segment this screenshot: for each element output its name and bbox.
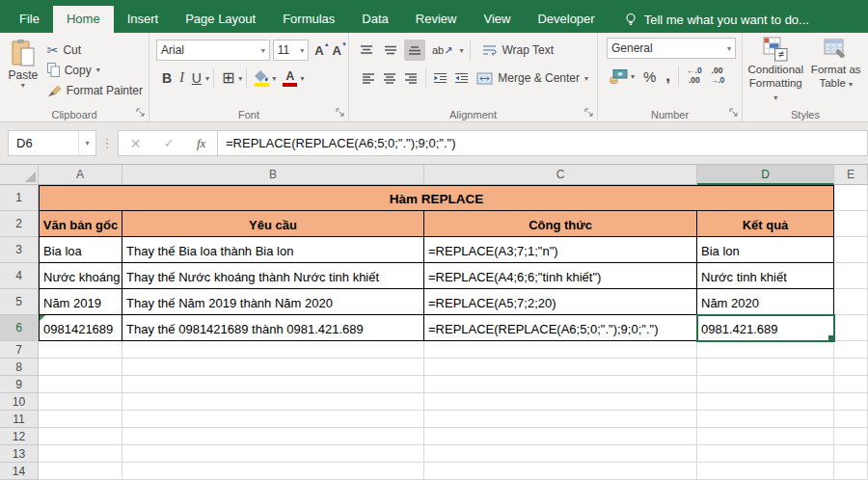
accounting-dropdown-arrow-icon[interactable]: ▾: [631, 72, 635, 81]
grid-cell-D11[interactable]: [697, 411, 834, 428]
clipboard-dialog-launcher-icon[interactable]: [136, 108, 146, 118]
grid-cell-C8[interactable]: [424, 359, 697, 376]
grid-cell-B11[interactable]: [122, 411, 424, 428]
shrink-font-button[interactable]: A▼: [330, 43, 344, 58]
comma-style-button[interactable]: ,: [662, 67, 674, 86]
underline-button[interactable]: U: [188, 67, 205, 90]
grid-cell-D13[interactable]: [697, 445, 834, 463]
row-header-11[interactable]: 11: [0, 411, 39, 428]
tab-developer[interactable]: Developer: [524, 6, 608, 33]
grid-cell-B9[interactable]: [122, 376, 424, 393]
grid-cell-E13[interactable]: [834, 445, 868, 463]
merge-center-button[interactable]: Merge & Center ▾: [472, 71, 593, 85]
align-left-button[interactable]: [358, 67, 379, 89]
orientation-dropdown-arrow-icon[interactable]: ▾: [459, 46, 463, 55]
cell-C3[interactable]: =REPLACE(A3;7;1;"n"): [424, 237, 697, 263]
cell-D5[interactable]: Năm 2020: [697, 289, 834, 315]
conditional-formatting-button[interactable]: ≠ Conditional Formatting ▾: [746, 37, 805, 105]
increase-indent-button[interactable]: [450, 67, 472, 89]
grid-cell-C14[interactable]: [424, 463, 697, 480]
grid-cell-A11[interactable]: [39, 411, 122, 428]
column-header-b[interactable]: B: [122, 165, 424, 185]
decrease-decimal-button[interactable]: .00 →.0: [706, 67, 729, 86]
row-header-5[interactable]: 5: [0, 289, 39, 315]
orientation-button[interactable]: ab↗: [428, 44, 456, 57]
grid-cell-E12[interactable]: [834, 428, 868, 445]
grid-cell-B7[interactable]: [122, 341, 424, 359]
bold-button[interactable]: B: [158, 67, 176, 90]
fill-color-dropdown-arrow-icon[interactable]: ▾: [272, 74, 276, 83]
tell-me-box[interactable]: Tell me what you want to do...: [624, 6, 809, 33]
align-right-button[interactable]: [400, 67, 421, 89]
grid-cell-B10[interactable]: [122, 393, 424, 411]
row-header-4[interactable]: 4: [0, 263, 39, 289]
cell-A6[interactable]: 0981421689: [39, 315, 122, 341]
grid-cell-E7[interactable]: [834, 341, 868, 359]
font-color-button[interactable]: A: [280, 70, 300, 87]
enter-button[interactable]: ✓: [164, 136, 175, 150]
column-header-c[interactable]: C: [424, 165, 697, 185]
cell-C4[interactable]: =REPLACE(A4;6;6;"tinh khiết"): [424, 263, 697, 289]
grid-cell-C9[interactable]: [424, 376, 697, 393]
borders-dropdown-arrow-icon[interactable]: ▾: [238, 74, 242, 83]
underline-dropdown-arrow-icon[interactable]: ▾: [205, 74, 209, 83]
grid-cell-E5[interactable]: [834, 289, 868, 315]
cell-header-4[interactable]: Kết quả: [697, 211, 834, 237]
grid-cell-B8[interactable]: [122, 359, 424, 376]
grow-font-button[interactable]: A▲: [312, 43, 326, 58]
number-format-combo[interactable]: General ▾: [607, 38, 736, 59]
tab-view[interactable]: View: [470, 6, 524, 33]
row-header-14[interactable]: 14: [0, 463, 39, 480]
grid-cell-E4[interactable]: [834, 263, 868, 289]
align-middle-button[interactable]: [380, 40, 401, 61]
format-as-table-button[interactable]: Format as Table ▾: [806, 37, 866, 105]
italic-button[interactable]: I: [176, 67, 188, 90]
cell-header-1[interactable]: Văn bản gốc: [39, 211, 122, 237]
cell-B5[interactable]: Thay thế Năm 2019 thành Năm 2020: [122, 289, 424, 315]
cell-A5[interactable]: Năm 2019: [39, 289, 122, 315]
row-header-2[interactable]: 2: [0, 211, 39, 237]
row-header-1[interactable]: 1: [0, 185, 39, 211]
grid-cell-D8[interactable]: [697, 359, 834, 376]
grid-cell-E11[interactable]: [834, 411, 868, 428]
grid-cell-C10[interactable]: [424, 393, 697, 411]
tab-insert[interactable]: Insert: [114, 6, 173, 33]
grid-cell-B12[interactable]: [122, 428, 424, 445]
tab-formulas[interactable]: Formulas: [269, 6, 348, 33]
grid-cell-A9[interactable]: [39, 376, 122, 393]
grid-cell-D10[interactable]: [697, 393, 834, 411]
format-painter-button[interactable]: Format Painter: [43, 80, 147, 100]
column-header-d[interactable]: D: [697, 165, 834, 185]
grid-cell-C13[interactable]: [424, 445, 697, 463]
font-color-dropdown-arrow-icon[interactable]: ▾: [300, 74, 304, 83]
font-size-combo[interactable]: 11 ▾: [273, 40, 309, 61]
row-header-9[interactable]: 9: [0, 376, 39, 393]
column-header-a[interactable]: A: [39, 165, 122, 185]
grid-cell-E6[interactable]: [834, 315, 868, 341]
borders-button[interactable]: ⊞: [218, 67, 238, 90]
formula-input[interactable]: =REPLACE(REPLACE(A6;5;0;".");9;0;"."): [218, 130, 868, 156]
cell-B3[interactable]: Thay thế Bia loa thành Bia lon: [122, 237, 424, 263]
cell-D3[interactable]: Bia lon: [697, 237, 834, 263]
name-box[interactable]: D6 ▾: [8, 130, 96, 156]
grid-cell-D12[interactable]: [697, 428, 834, 445]
decrease-indent-button[interactable]: [430, 67, 451, 89]
grid-cell-C7[interactable]: [424, 341, 697, 359]
font-dialog-launcher-icon[interactable]: [336, 108, 345, 118]
grid-cell-A12[interactable]: [39, 428, 122, 445]
align-bottom-button[interactable]: [404, 40, 425, 61]
cell-C5[interactable]: =REPLACE(A5;7;2;20): [424, 289, 697, 315]
copy-dropdown-arrow-icon[interactable]: ▾: [96, 66, 100, 74]
number-dialog-launcher-icon[interactable]: [729, 108, 739, 118]
align-center-button[interactable]: [379, 67, 400, 89]
tab-file[interactable]: File: [6, 6, 53, 33]
accounting-format-icon[interactable]: [609, 68, 628, 85]
grid-cell-A14[interactable]: [39, 463, 122, 480]
formula-bar-grip-icon[interactable]: ⋮: [96, 136, 118, 150]
cell-header-3[interactable]: Công thức: [424, 211, 697, 237]
align-top-button[interactable]: [356, 40, 377, 61]
cell-D4[interactable]: Nước tinh khiết: [697, 263, 834, 289]
row-header-7[interactable]: 7: [0, 341, 39, 359]
cell-D6[interactable]: 0981.421.689: [697, 315, 834, 341]
grid-cell-D7[interactable]: [697, 341, 834, 359]
